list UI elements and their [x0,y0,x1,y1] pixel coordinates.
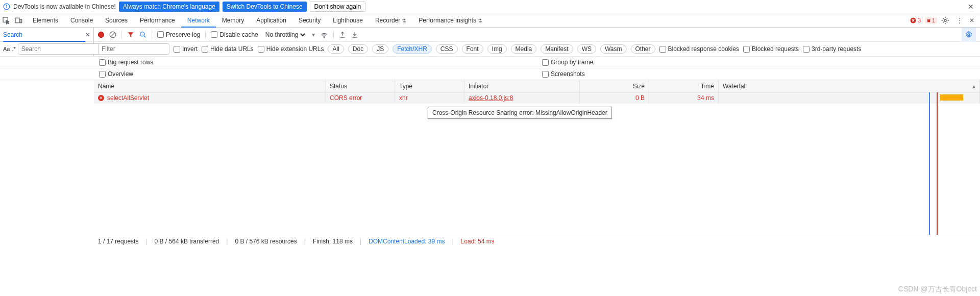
switch-language-button[interactable]: Switch DevTools to Chinese [223,2,307,12]
invert-checkbox[interactable]: Invert [174,45,198,53]
transferred-size: 0 B / 564 kB transferred [155,238,219,245]
col-type[interactable]: Type [395,80,464,92]
pill-manifest[interactable]: Manifest [541,44,573,54]
network-options-row: Big request rows Group by frame [0,57,980,68]
hide-data-urls-checkbox[interactable]: Hide data URLs [202,45,254,53]
load-time: Load: 54 ms [461,238,495,245]
more-menu-icon[interactable]: ⋮ [953,17,966,24]
cors-error-tooltip: Cross-Origin Resource Sharing error: Mis… [428,107,612,119]
tab-console[interactable]: Console [64,13,99,28]
tab-security[interactable]: Security [292,13,327,28]
flask-icon: ⚗ [478,18,482,23]
finish-time: Finish: 118 ms [313,238,353,245]
blocked-response-cookies-checkbox[interactable]: Blocked response cookies [659,45,739,53]
search-tab-label[interactable]: Search [3,28,85,42]
devtools-tabbar: Elements Console Sources Performance Net… [0,13,980,28]
request-count: 1 / 17 requests [98,238,138,245]
overview-checkbox[interactable]: Overview [99,70,133,78]
flask-icon: ⚗ [402,18,406,23]
pill-img[interactable]: Img [487,44,507,54]
svg-point-10 [140,32,144,36]
request-timing-bar [940,94,963,101]
search-icon[interactable] [139,31,146,38]
svg-point-12 [324,37,324,37]
col-time[interactable]: Time [649,80,719,92]
group-by-frame-checkbox[interactable]: Group by frame [542,59,593,66]
pill-all[interactable]: All [328,44,344,54]
filter-input[interactable] [98,43,169,55]
dcl-time: DOMContentLoaded: 39 ms [369,238,445,245]
tab-recorder[interactable]: Recorder⚗ [369,13,412,28]
tab-memory[interactable]: Memory [216,13,250,28]
network-options-row-2: Overview Screenshots [0,68,980,80]
hide-extension-urls-checkbox[interactable]: Hide extension URLs [258,45,324,53]
match-language-button[interactable]: Always match Chrome's language [119,2,219,12]
regex-icon[interactable]: .* [12,46,15,52]
big-request-rows-checkbox[interactable]: Big request rows [99,59,153,66]
record-button[interactable] [98,32,104,38]
tab-elements[interactable]: Elements [27,13,64,28]
upload-har-icon[interactable] [339,31,346,38]
close-search-icon[interactable]: ✕ [85,31,90,38]
tab-network[interactable]: Network [181,13,216,28]
svg-point-7 [944,19,946,21]
search-sidebar: Aa .* ↻ [0,42,94,56]
initiator-link[interactable]: axios-0.18.0.js:8 [469,94,513,102]
device-toolbar-icon[interactable] [14,16,27,24]
filter-icon[interactable] [127,31,134,38]
svg-rect-4 [15,18,19,22]
col-size[interactable]: Size [580,80,649,92]
screenshots-checkbox[interactable]: Screenshots [542,70,585,78]
network-settings-gear-icon[interactable] [962,28,976,42]
pill-font[interactable]: Font [462,44,483,54]
tab-performance-insights[interactable]: Performance insights⚗ [412,13,488,28]
pill-ws[interactable]: WS [577,44,596,54]
issue-count-badge[interactable]: ■ 1 [925,17,937,23]
clear-icon[interactable] [109,31,116,38]
network-filter-bar: Invert Hide data URLs Hide extension URL… [94,42,980,56]
col-name[interactable]: Name [94,80,326,92]
close-infobar-icon[interactable]: ✕ [965,3,977,11]
svg-point-2 [6,5,7,5]
network-table-body: ✕selectAllServlet CORS error xhr axios-0… [94,92,980,235]
search-input[interactable] [18,43,102,55]
disable-cache-checkbox[interactable]: Disable cache [211,31,258,38]
settings-gear-icon[interactable] [941,16,953,24]
svg-line-11 [144,35,146,37]
request-row[interactable]: ✕selectAllServlet CORS error xhr axios-0… [94,92,980,104]
download-har-icon[interactable] [351,31,358,38]
pill-fetch-xhr[interactable]: Fetch/XHR [393,44,432,54]
network-summary-footer: 1 / 17 requests| 0 B / 564 kB transferre… [94,235,980,248]
inspect-element-icon[interactable] [2,16,14,24]
tab-lighthouse[interactable]: Lighthouse [327,13,369,28]
network-toolbar: Preserve log Disable cache No throttling… [94,28,980,42]
infobar-text: DevTools is now available in Chinese! [13,3,116,10]
pill-media[interactable]: Media [511,44,537,54]
pill-wasm[interactable]: Wasm [600,44,627,54]
sort-indicator-icon: ▴ [972,83,975,90]
search-drawer-header: Search ✕ [0,28,94,42]
dismiss-infobar-button[interactable]: Don't show again [310,2,366,12]
col-status[interactable]: Status [326,80,395,92]
error-count-badge[interactable]: 3 [910,17,921,24]
tab-performance[interactable]: Performance [134,13,181,28]
preserve-log-checkbox[interactable]: Preserve log [157,31,200,38]
tab-application[interactable]: Application [250,13,292,28]
load-marker [937,92,938,235]
col-initiator[interactable]: Initiator [464,80,580,92]
blocked-requests-checkbox[interactable]: Blocked requests [743,45,799,53]
close-devtools-icon[interactable]: ✕ [966,17,978,24]
wifi-icon[interactable] [320,31,328,39]
pill-js[interactable]: JS [372,44,388,54]
network-table-header: Name Status Type Initiator Size Time Wat… [94,80,980,92]
col-waterfall[interactable]: Waterfall▴ [719,80,980,92]
waterfall-chart [898,92,980,235]
throttling-select[interactable]: No throttling [263,31,307,39]
match-case-icon[interactable]: Aa [3,46,10,52]
pill-other[interactable]: Other [631,44,655,54]
pill-css[interactable]: CSS [436,44,458,54]
tab-sources[interactable]: Sources [99,13,134,28]
svg-line-9 [111,32,115,36]
pill-doc[interactable]: Doc [348,44,368,54]
third-party-requests-checkbox[interactable]: 3rd-party requests [803,45,861,53]
